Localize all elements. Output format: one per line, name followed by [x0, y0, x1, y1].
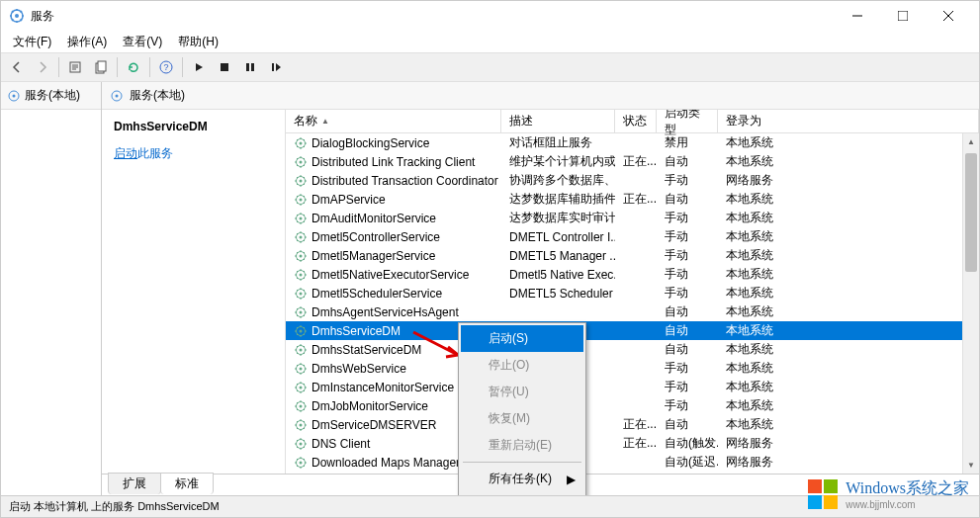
service-status: 正在... [615, 191, 657, 208]
watermark: Windows系统之家 www.bjjmlv.com [806, 477, 969, 511]
service-row[interactable]: Downloaded Maps Manager图的...自动(延迟...网络服务 [286, 453, 979, 472]
service-name: Distributed Link Tracking Client [312, 155, 475, 169]
service-row[interactable]: Dmetl5ControllerServiceDMETL Controller … [286, 227, 979, 246]
service-login: 本地系统 [718, 473, 979, 474]
svg-point-43 [300, 386, 303, 388]
col-status[interactable]: 状态 [615, 110, 657, 132]
service-row[interactable]: DmhsWebServiceerver手动本地系统 [286, 359, 979, 378]
properties-icon[interactable] [63, 55, 87, 79]
service-login: 本地系统 [718, 397, 979, 414]
service-row[interactable]: DmAPService达梦数据库辅助插件...正在...自动本地系统 [286, 190, 979, 209]
export-icon[interactable] [89, 55, 113, 79]
svg-point-39 [300, 348, 303, 351]
svg-point-35 [300, 310, 303, 313]
tab-standard[interactable]: 标准 [160, 473, 214, 494]
svg-rect-5 [98, 61, 106, 71]
col-start-type[interactable]: 启动类型 [657, 110, 718, 132]
refresh-icon[interactable] [122, 55, 145, 79]
service-desc: 达梦数据库实时审计... [501, 210, 615, 226]
service-name: DmhsStatServiceDM [312, 343, 421, 357]
service-name: Downloaded Maps Manager [312, 456, 460, 470]
service-row[interactable]: DmServiceDMSERVER例服务正在...自动本地系统 [286, 415, 979, 434]
menu-help[interactable]: 帮助(H) [170, 32, 226, 52]
menu-action[interactable]: 操作(A) [59, 32, 115, 52]
col-login[interactable]: 登录为 [718, 110, 979, 132]
service-name: Dmetl5NativeExecutorService [312, 268, 469, 282]
service-row[interactable]: Distributed Transaction Coordinator协调跨多个… [286, 171, 979, 190]
col-name[interactable]: 名称▲ [286, 110, 501, 132]
close-button[interactable] [926, 1, 971, 31]
service-start-type: 自动 [657, 322, 718, 339]
service-login: 本地系统 [718, 341, 979, 358]
service-status: 正在... [615, 153, 657, 170]
left-header-label: 服务(本地) [25, 87, 80, 104]
menu-file[interactable]: 文件(F) [5, 32, 59, 52]
service-start-type: 自动(触发... [657, 435, 718, 452]
service-start-type: 手动 [657, 228, 718, 245]
service-row[interactable]: DmAuditMonitorService达梦数据库实时审计...手动本地系统 [286, 209, 979, 227]
service-start-type: 自动 [657, 153, 718, 170]
service-row[interactable]: DmhsServiceDM自动本地系统 [286, 321, 979, 340]
right-header-label: 服务(本地) [130, 87, 185, 104]
minimize-button[interactable] [835, 1, 880, 31]
pause-icon[interactable] [238, 55, 262, 79]
start-service-link[interactable]: 启动此服务 [114, 146, 173, 160]
service-desc: 维护某个计算机内或... [501, 153, 615, 170]
service-row[interactable]: Dmetl5NativeExecutorServiceDmetl5 Native… [286, 265, 979, 284]
svg-point-25 [300, 216, 303, 219]
ctx-stop: 停止(O) [461, 352, 583, 379]
service-name: DmhsWebService [312, 362, 406, 376]
scroll-thumb[interactable] [965, 153, 977, 272]
menubar: 文件(F) 操作(A) 查看(V) 帮助(H) [1, 31, 979, 52]
service-row[interactable]: DmJobMonitorService业服务手动本地系统 [286, 396, 979, 415]
left-panel-header[interactable]: 服务(本地) [1, 82, 101, 110]
play-icon[interactable] [187, 55, 211, 79]
tab-extended[interactable]: 扩展 [108, 473, 161, 494]
service-row[interactable]: DNS Client务(dn...正在...自动(触发...网络服务 [286, 434, 979, 453]
service-row[interactable]: Distributed Link Tracking Client维护某个计算机内… [286, 152, 979, 171]
detail-service-name: DmhsServiceDM [114, 120, 273, 133]
help-icon[interactable]: ? [154, 55, 178, 79]
scroll-down-button[interactable]: ▼ [963, 457, 979, 474]
service-row[interactable]: DmhsAgentServiceHsAgent自动本地系统 [286, 302, 979, 321]
stop-icon[interactable] [213, 55, 236, 79]
service-name: DmJobMonitorService [312, 399, 428, 413]
service-start-type: 手动 [657, 172, 718, 189]
service-row[interactable]: Dmetl5SchedulerServiceDMETL5 Scheduler .… [286, 284, 979, 302]
svg-point-45 [300, 404, 303, 407]
service-row[interactable]: DmhsStatServiceDM自动本地系统 [286, 340, 979, 359]
service-row[interactable]: Encrypting File System (EFS)TFS 文...手动(触… [286, 472, 979, 474]
scroll-up-button[interactable]: ▲ [963, 133, 979, 150]
context-menu: 启动(S) 停止(O) 暂停(U) 恢复(M) 重新启动(E) 所有任务(K)▶… [458, 322, 586, 495]
services-tree-icon [7, 89, 21, 103]
service-row[interactable]: DmInstanceMonitorService例监控...手动本地系统 [286, 378, 979, 396]
vertical-scrollbar[interactable]: ▲ ▼ [962, 133, 979, 474]
ctx-resume: 恢复(M) [461, 405, 583, 432]
window-title: 服务 [31, 8, 835, 25]
service-start-type: 手动 [657, 210, 718, 226]
service-desc: DMETL5 Manager ... [501, 249, 615, 263]
service-login: 本地系统 [718, 228, 979, 245]
forward-button[interactable] [31, 55, 54, 79]
service-status: 正在... [615, 416, 657, 433]
service-row[interactable]: Dmetl5ManagerServiceDMETL5 Manager ...手动… [286, 246, 979, 265]
restart-icon[interactable] [264, 55, 288, 79]
service-row[interactable]: DialogBlockingService对话框阻止服务禁用本地系统 [286, 133, 979, 152]
service-start-type: 手动 [657, 285, 718, 302]
windows-logo-icon [806, 477, 840, 511]
maximize-button[interactable] [880, 1, 926, 31]
col-desc[interactable]: 描述 [501, 110, 615, 132]
service-start-type: 手动 [657, 266, 718, 283]
sort-indicator-icon: ▲ [321, 117, 329, 126]
service-desc: 协调跨多个数据库、... [501, 172, 615, 189]
back-button[interactable] [5, 55, 29, 79]
svg-point-47 [300, 423, 303, 426]
list-header: 名称▲ 描述 状态 启动类型 登录为 [286, 110, 979, 133]
svg-point-49 [300, 442, 303, 445]
svg-rect-10 [251, 63, 254, 71]
left-panel: 服务(本地) [1, 82, 102, 495]
ctx-all-tasks[interactable]: 所有任务(K)▶ [461, 466, 583, 492]
service-name: DmhsServiceDM [312, 324, 401, 338]
ctx-start[interactable]: 启动(S) [461, 325, 583, 352]
menu-view[interactable]: 查看(V) [115, 32, 170, 52]
